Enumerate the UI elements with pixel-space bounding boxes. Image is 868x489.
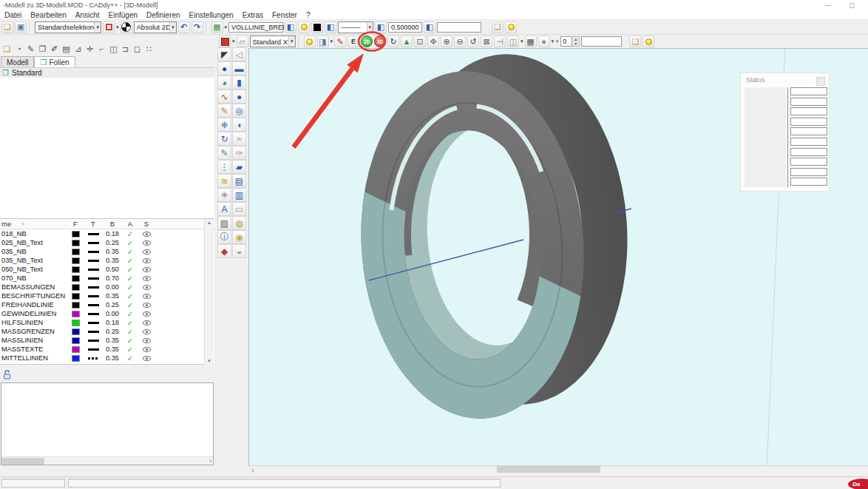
render-mode-icon[interactable]: ▲ (401, 36, 413, 47)
measure-icon[interactable]: ⊣ (494, 36, 506, 47)
header-name[interactable]: me (1, 220, 11, 228)
layer-color-icon[interactable]: ◧ (325, 21, 336, 33)
panel-tool-icon[interactable]: ⊿ (72, 44, 84, 55)
chevron-down-icon[interactable]: ▾ (552, 38, 555, 44)
header-t[interactable]: T (84, 220, 102, 228)
view-directions-icon[interactable]: ◨ (317, 36, 329, 47)
layer-linetype-sample[interactable] (88, 233, 99, 235)
layer-linestyle-icon[interactable]: ◧ (375, 21, 387, 33)
layer-linetype-sample[interactable] (88, 242, 99, 244)
tool-icon[interactable]: ◎ (232, 104, 246, 118)
detail-panel[interactable]: › (1, 382, 214, 465)
tool-icon[interactable]: ✑ (232, 146, 246, 160)
open-file-icon[interactable]: ❏ (1, 21, 13, 33)
layer-linetype-sample[interactable] (88, 251, 99, 253)
header-a[interactable]: A (123, 220, 138, 228)
eye-icon[interactable] (143, 285, 151, 290)
tool-icon[interactable]: ◁ (232, 47, 246, 61)
panel-tool-icon[interactable]: ▤ (61, 44, 72, 55)
header-s[interactable]: S (138, 220, 155, 228)
bulb-icon[interactable] (505, 21, 517, 33)
layer-row[interactable]: HILFSLINIEN 0.18 ✓ (0, 318, 214, 327)
status-field[interactable] (790, 127, 827, 135)
check-icon[interactable]: ✓ (127, 363, 133, 365)
grid-icon[interactable]: ▦ (211, 21, 223, 33)
tool-icon[interactable]: ▭ (232, 202, 246, 216)
tool-icon[interactable]: ≋ (217, 174, 231, 188)
folder-layers-icon[interactable]: ❏ (492, 21, 503, 33)
tool-icon[interactable]: A (217, 202, 231, 216)
layer-linetype-sample[interactable] (88, 313, 99, 315)
check-icon[interactable]: ✓ (127, 257, 133, 265)
eye-icon[interactable] (143, 320, 151, 326)
layer-tree[interactable]: ❒ Standard (0, 67, 214, 219)
folder-layers-icon[interactable]: ❏ (629, 36, 641, 47)
shaded-sphere-icon[interactable]: ● (538, 36, 550, 47)
status-field[interactable] (790, 168, 827, 176)
panel-tool-icon[interactable]: ◔ (13, 44, 24, 55)
zoom-in-icon[interactable]: ⊕ (441, 36, 452, 47)
layer-color-swatch[interactable] (72, 346, 80, 353)
layer-linetype-sample[interactable] (88, 357, 99, 360)
tool-icon[interactable]: ◤ (217, 47, 231, 61)
status-field[interactable] (790, 138, 827, 146)
status-field[interactable] (790, 107, 827, 115)
layer-bulb-icon[interactable] (298, 21, 310, 33)
tool-icon[interactable]: ▮ (232, 75, 246, 90)
panel-tool-icon[interactable]: ✛ (84, 44, 95, 55)
layer-row[interactable]: 050_NB_Text 0.50 ✓ (0, 265, 214, 274)
restore-button[interactable]: ◻ (843, 1, 861, 10)
layer-linetype-sample[interactable] (88, 304, 99, 306)
layer-row[interactable]: 035_NB_Text 0.35 ✓ (0, 256, 214, 265)
layer-table-scrollbar[interactable]: ▲ ▼ (204, 219, 214, 365)
status-field[interactable] (790, 87, 827, 95)
header-f[interactable]: F (67, 220, 84, 228)
zoom-fit-icon[interactable]: ⊠ (481, 36, 492, 47)
tool-icon[interactable]: ● (217, 61, 231, 75)
layer-row[interactable]: GEWINDELINIEN 0.00 ✓ (0, 309, 214, 318)
eye-icon[interactable] (143, 276, 151, 281)
linetype-field[interactable]: VOLLLINIE_BREIT (228, 22, 283, 33)
layer-assign-icon[interactable]: ◧ (285, 21, 296, 33)
scroll-thumb[interactable] (497, 466, 600, 473)
tool-icon[interactable]: ▤ (232, 174, 246, 188)
eye-icon[interactable] (143, 347, 151, 352)
workplane-icon[interactable]: ▱ (237, 36, 248, 47)
tool-icon[interactable]: ◉ (232, 230, 246, 244)
tool-icon[interactable]: ◆ (217, 244, 231, 258)
layer-color-swatch[interactable] (72, 257, 80, 264)
tool-icon[interactable]: ◒ (232, 244, 246, 258)
menu-item[interactable]: Einfügen (104, 11, 142, 19)
tree-root-row[interactable]: ❒ Standard (0, 68, 214, 78)
layer-color-swatch[interactable] (72, 249, 80, 255)
menu-item[interactable]: Bearbeiten (26, 11, 70, 19)
viewport-3d[interactable]: Status (248, 48, 868, 465)
panel-tool-icon[interactable]: ⊐ (120, 44, 131, 55)
status-panel-close-button[interactable] (816, 77, 825, 86)
coordinate-origin-icon[interactable] (121, 21, 132, 33)
orbit-icon[interactable]: ↺ (467, 36, 479, 47)
status-field[interactable] (790, 148, 827, 156)
check-icon[interactable]: ✓ (127, 248, 133, 256)
statusbar-field-left[interactable] (1, 479, 65, 488)
eye-icon[interactable] (143, 365, 151, 365)
panel-tool-icon[interactable]: ❏ (1, 44, 13, 55)
eye-icon[interactable] (143, 258, 151, 263)
check-icon[interactable]: ✓ (127, 354, 133, 362)
status-field[interactable] (790, 98, 827, 106)
element-plane-icon[interactable]: E (347, 36, 359, 47)
eye-icon[interactable] (143, 294, 151, 299)
save-icon[interactable]: ▣ (15, 21, 27, 33)
check-icon[interactable]: ✓ (127, 266, 133, 274)
tool-icon[interactable]: ≈ (232, 132, 246, 146)
tool-icon[interactable]: ⓘ (217, 230, 231, 244)
menu-item[interactable]: Fenster (268, 11, 302, 19)
menu-item[interactable]: Extras (238, 11, 268, 19)
layer-color-swatch[interactable] (72, 240, 80, 246)
eye-icon[interactable] (143, 356, 151, 361)
panel-tool-icon[interactable]: ◻ (132, 44, 143, 55)
layer-color-swatch[interactable] (72, 293, 80, 300)
status-field[interactable] (790, 118, 827, 126)
chevron-down-icon[interactable]: ▾ (225, 24, 228, 30)
tool-icon[interactable]: ✎ (217, 104, 231, 118)
